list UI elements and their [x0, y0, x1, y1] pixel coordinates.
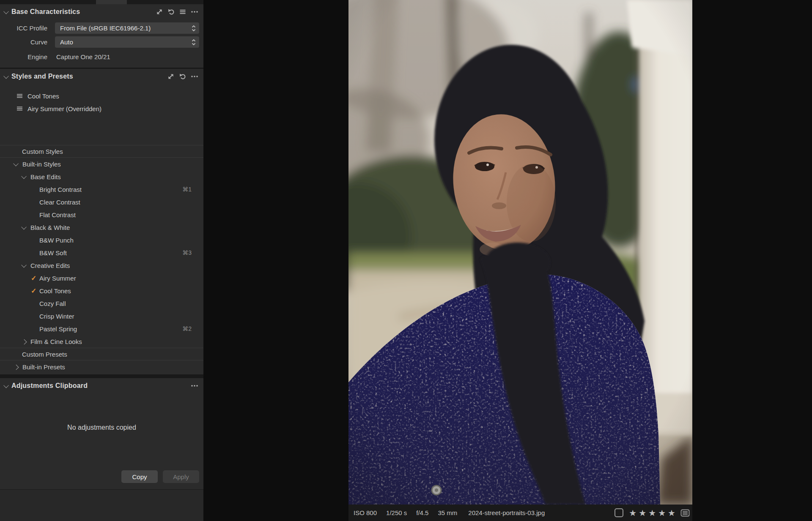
tool-tabstrip[interactable] [0, 0, 203, 4]
icc-profile-dropdown[interactable]: From File (sRGB IEC61966-2.1) [55, 22, 199, 34]
star-rating[interactable]: ★★★★★ [629, 509, 675, 517]
curve-label: Curve [0, 38, 47, 46]
star-icon-4[interactable]: ★ [658, 509, 666, 517]
applied-style-cool-tones[interactable]: Cool Tones [0, 90, 203, 102]
stepper-icon [192, 38, 196, 46]
applied-style-airy-summer-overridden[interactable]: Airy Summer (Overridden) [0, 102, 203, 115]
style-item-built-in-presets[interactable]: Built-in Presets [0, 360, 203, 373]
chevron-down-icon[interactable] [21, 224, 27, 229]
photo-canvas[interactable] [348, 0, 692, 505]
image-viewer: ISO 800 1/250 s f/4.5 35 mm 2024-street-… [203, 0, 812, 521]
engine-value: Capture One 20/21 [56, 53, 110, 60]
style-item-clear-contrast[interactable]: Clear Contrast [0, 196, 203, 208]
focal-length-value: 35 mm [438, 509, 457, 516]
aperture-value: f/4.5 [416, 509, 428, 516]
pick-checkbox[interactable] [614, 508, 623, 517]
style-item-b-w-punch[interactable]: B&W Punch [0, 234, 203, 246]
star-icon-3[interactable]: ★ [648, 509, 656, 517]
expand-icon[interactable] [156, 8, 163, 15]
style-item-flat-contrast[interactable]: Flat Contrast [0, 208, 203, 221]
chevron-down-icon[interactable] [3, 382, 9, 388]
expand-icon[interactable] [167, 73, 174, 80]
style-item-crisp-winter[interactable]: Crisp Winter [0, 310, 203, 322]
style-item-cool-tones[interactable]: ✓Cool Tones [0, 284, 203, 297]
portrait-photo [348, 0, 692, 505]
panel-title: Styles and Presets [11, 73, 73, 80]
adjustments-clipboard-panel: Adjustments Clipboard No adjustments cop… [0, 378, 203, 521]
adjustments-clipboard-header[interactable]: Adjustments Clipboard [0, 378, 203, 393]
style-item-bright-contrast[interactable]: Bright Contrast⌘1 [0, 183, 203, 196]
styles-tree: Custom StylesBuilt-in StylesBase EditsBr… [0, 145, 203, 373]
tool-tab-active[interactable] [96, 0, 127, 4]
applied-styles-list: Cool TonesAiry Summer (Overridden) [0, 84, 203, 145]
style-item-film-cine-looks[interactable]: Film & Cine Looks [0, 335, 203, 348]
star-icon-1[interactable]: ★ [629, 509, 636, 517]
more-icon[interactable] [191, 73, 198, 80]
style-item-base-edits[interactable]: Base Edits [0, 170, 203, 183]
drag-handle-icon[interactable] [17, 94, 22, 98]
list-view-icon[interactable] [680, 509, 690, 517]
panel-title: Base Characteristics [11, 8, 80, 16]
base-characteristics-panel: Base Characteristics [0, 4, 203, 68]
star-icon-2[interactable]: ★ [639, 509, 646, 517]
chevron-down-icon[interactable] [21, 262, 27, 267]
more-icon[interactable] [191, 382, 198, 389]
styles-presets-panel: Styles and Presets Cool T [0, 69, 203, 374]
section-custom-styles: Custom Styles [0, 145, 203, 158]
shutter-value: 1/250 s [386, 509, 407, 516]
stepper-icon [192, 25, 196, 32]
style-item-cozy-fall[interactable]: Cozy Fall [0, 297, 203, 310]
style-applied-check-icon: ✓ [31, 274, 39, 282]
chevron-down-icon[interactable] [13, 161, 19, 166]
menu-icon[interactable] [179, 8, 186, 15]
style-item-pastel-spring[interactable]: Pastel Spring⌘2 [0, 322, 203, 335]
style-item-black-white[interactable]: Black & White [0, 221, 203, 234]
tool-panel: Base Characteristics [0, 0, 203, 521]
style-item-airy-summer[interactable]: ✓Airy Summer [0, 272, 203, 284]
chevron-down-icon[interactable] [21, 173, 27, 179]
base-characteristics-header[interactable]: Base Characteristics [0, 4, 203, 19]
styles-presets-header[interactable]: Styles and Presets [0, 69, 203, 84]
iso-value: ISO 800 [354, 509, 377, 516]
panel-title: Adjustments Clipboard [11, 382, 88, 390]
chevron-right-icon[interactable] [22, 339, 27, 344]
style-item-creative-edits[interactable]: Creative Edits [0, 259, 203, 272]
section-custom-presets: Custom Presets [0, 348, 203, 360]
drag-handle-icon[interactable] [17, 106, 22, 111]
star-icon-5[interactable]: ★ [668, 509, 675, 517]
clipboard-empty-message: No adjustments copied [0, 424, 203, 431]
engine-label: Engine [0, 53, 47, 60]
status-bar: ISO 800 1/250 s f/4.5 35 mm 2024-street-… [348, 505, 692, 521]
filename: 2024-street-portraits-03.jpg [468, 509, 545, 516]
apply-button[interactable]: Apply [163, 470, 199, 483]
chevron-down-icon[interactable] [3, 8, 9, 14]
icc-profile-label: ICC Profile [0, 25, 47, 32]
style-item-b-w-soft[interactable]: B&W Soft⌘3 [0, 246, 203, 259]
copy-button[interactable]: Copy [121, 470, 158, 483]
capture-one-window: Base Characteristics [0, 0, 812, 521]
curve-dropdown[interactable]: Auto [55, 36, 199, 48]
panel-footer [0, 489, 203, 521]
chevron-down-icon[interactable] [3, 73, 9, 79]
reset-icon[interactable] [179, 73, 186, 80]
more-icon[interactable] [191, 8, 198, 15]
chevron-right-icon[interactable] [14, 364, 19, 370]
reset-icon[interactable] [167, 8, 175, 15]
style-item-built-in-styles[interactable]: Built-in Styles [0, 158, 203, 170]
style-applied-check-icon: ✓ [31, 287, 39, 295]
